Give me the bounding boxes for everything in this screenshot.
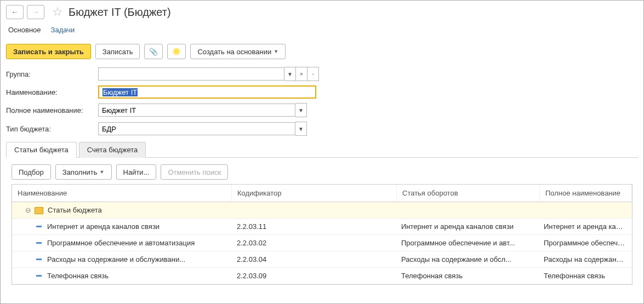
hint-button[interactable] [167,44,186,59]
paperclip-icon: 📎 [149,48,158,56]
type-label: Тип бюджета: [6,125,98,133]
attach-button[interactable]: 📎 [144,44,163,59]
item-icon [36,259,42,260]
col-code[interactable]: Кодификатор [232,185,397,202]
item-icon [36,226,42,227]
lightbulb-icon [174,49,179,54]
nav-forward-button[interactable]: → [27,5,44,19]
favorite-star-icon[interactable]: ☆ [52,5,63,19]
grid-toolbar: Подбор Заполнить▼ Найти... Отменить поис… [6,164,638,180]
collapse-icon[interactable]: ⊖ [25,206,31,214]
fill-button[interactable]: Заполнить▼ [55,164,112,180]
page-title: Бюджет IT (Бюджет) [69,6,171,19]
tab-budget-items[interactable]: Статьи бюджета [6,142,77,158]
create-based-on-button[interactable]: Создать на основании▼ [190,44,286,59]
fullname-label: Полное наименование: [6,106,98,114]
budget-items-grid: Наименование Кодификатор Статья оборотов… [12,184,632,285]
save-and-close-button[interactable]: Записать и закрыть [6,44,91,59]
cancel-find-button[interactable]: Отменить поиск [161,164,228,180]
type-dropdown-button[interactable]: ▼ [295,122,307,136]
name-label: Наименование: [6,88,98,96]
group-input[interactable] [98,67,284,81]
find-button[interactable]: Найти... [116,164,157,180]
detail-tabs: Статьи бюджета Счета бюджета [6,141,638,158]
nav-back-button[interactable]: ← [6,5,24,19]
fullname-dropdown-button[interactable]: ▼ [295,103,307,117]
tab-main[interactable]: Основное [8,24,41,36]
save-button[interactable]: Записать [95,44,140,59]
item-icon [36,242,42,244]
fullname-input[interactable] [98,104,295,117]
col-fullname[interactable]: Полное наименование [540,185,632,202]
tree-root-row[interactable]: ⊖Статьи бюджета [12,202,632,219]
tab-budget-accounts[interactable]: Счета бюджета [79,142,146,158]
folder-icon [35,207,43,214]
table-row[interactable]: Телефонная связь 2.2.03.09 Телефонная св… [12,268,632,284]
group-open-button[interactable]: ▫ [307,67,319,81]
table-row[interactable]: Расходы на содержание и обслуживани... 2… [12,251,632,268]
chevron-down-icon: ▼ [273,49,278,54]
chevron-down-icon: ▼ [100,169,105,175]
type-input[interactable] [98,122,295,135]
grid-header: Наименование Кодификатор Статья оборотов… [12,185,632,202]
tab-tasks[interactable]: Задачи [51,24,75,36]
item-icon [36,275,42,277]
table-row[interactable]: Программное обеспечение и автоматизация … [12,235,632,251]
command-bar: Записать и закрыть Записать 📎 Создать на… [6,44,638,59]
col-turnover[interactable]: Статья оборотов [397,185,540,202]
table-row[interactable]: Интернет и аренда каналов связи 2.2.03.1… [12,219,632,235]
pick-button[interactable]: Подбор [12,164,51,180]
name-input[interactable]: Бюджет IT [98,85,316,99]
main-tabs: Основное Задачи [6,24,638,36]
group-label: Группа: [6,70,98,78]
group-clear-button[interactable]: × [296,67,307,81]
group-dropdown-button[interactable]: ▼ [284,67,296,81]
col-name[interactable]: Наименование [12,185,232,202]
